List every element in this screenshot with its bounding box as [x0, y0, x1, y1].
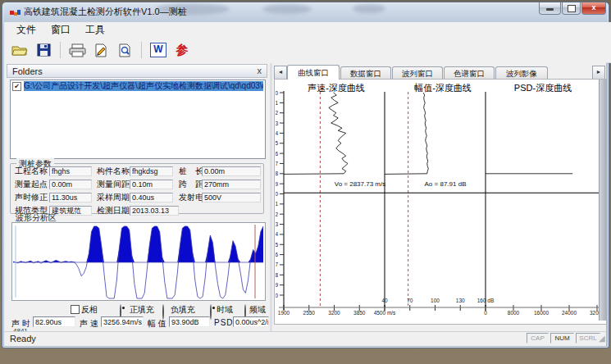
- parameter-settings-button[interactable]: 参: [173, 41, 191, 59]
- tab-spectrum-window[interactable]: 色谱窗口: [444, 66, 495, 80]
- param-label: 测量间距: [97, 180, 130, 189]
- svg-text:2550: 2550: [303, 310, 316, 316]
- word-export-button[interactable]: W: [149, 41, 167, 59]
- fill-positive-label: 正填充: [130, 304, 154, 316]
- param-field[interactable]: 270mm: [202, 180, 261, 189]
- file-checkbox[interactable]: ✔: [12, 82, 21, 91]
- svg-text:3200: 3200: [328, 310, 340, 316]
- vertical-scrollbar[interactable]: [599, 80, 606, 321]
- svg-text:70: 70: [407, 298, 413, 303]
- param-label: 工程名称: [15, 166, 48, 176]
- tab-scroll-left-button[interactable]: ◄: [274, 66, 287, 80]
- time-domain-label: 时域: [217, 304, 233, 316]
- maximize-button[interactable]: [562, 2, 581, 15]
- toolbar-separator: [60, 42, 61, 58]
- svg-text:130: 130: [456, 298, 465, 303]
- reading-field-velocity[interactable]: 3256.94m/s: [101, 316, 144, 327]
- param-field[interactable]: 0.40us: [130, 193, 173, 202]
- status-bar: Ready CAP NUM SCRL ◢: [4, 331, 606, 346]
- file-path: G:\公司产品设计开发\超声仪器\超声仪实地检测数据调试\qd\qd03\qd0…: [24, 81, 263, 91]
- toolbar: W 参: [4, 38, 611, 63]
- status-ready: Ready: [10, 334, 36, 344]
- toolbar-separator: [141, 42, 142, 58]
- param-label: 测量起点: [15, 180, 48, 189]
- minimize-icon: [546, 8, 554, 11]
- export-button[interactable]: [92, 41, 110, 59]
- app-icon: [10, 7, 21, 21]
- tab-scroll-right-button[interactable]: ►: [592, 66, 605, 80]
- status-scrl: SCRL: [576, 333, 600, 344]
- menu-tools[interactable]: 工具: [78, 21, 112, 39]
- tab-data-window[interactable]: 数据窗口: [340, 66, 391, 80]
- menu-file[interactable]: 文件: [9, 21, 43, 39]
- word-icon: W: [150, 43, 166, 57]
- svg-text:40: 40: [381, 298, 388, 303]
- svg-text:16000: 16000: [534, 310, 549, 316]
- chart-title-amplitude: 幅值-深度曲线: [400, 82, 486, 94]
- svg-text:14: 14: [276, 231, 278, 237]
- svg-text:1900: 1900: [278, 310, 290, 316]
- param-field[interactable]: fhghs: [49, 166, 92, 176]
- param-field[interactable]: fhgkdsg: [130, 166, 173, 176]
- velocity-annotation: Vo = 2837.73 m/s: [315, 180, 405, 188]
- application-window: 高铁建筑混凝土检测分析软件V1.0—测桩 x 文件 窗口 工具 W 参 Fold…: [0, 0, 611, 364]
- svg-text:13: 13: [276, 221, 278, 227]
- waveform-plot: [13, 224, 264, 299]
- open-folder-icon: [11, 43, 28, 57]
- param-label: 采样周期: [97, 193, 130, 202]
- reading-label: 声 速: [80, 318, 98, 330]
- param-field[interactable]: 2013.03.13: [130, 206, 179, 216]
- open-folder-button[interactable]: [11, 41, 29, 59]
- param-field[interactable]: 500V: [202, 193, 261, 202]
- print-icon: [69, 43, 86, 57]
- svg-text:2: 2: [276, 110, 278, 116]
- param-field[interactable]: 0.00m: [202, 166, 261, 176]
- reading-label: 幅 值: [148, 318, 166, 330]
- export-icon: [94, 43, 108, 57]
- resize-grip[interactable]: ◢: [599, 334, 605, 343]
- folders-panel-header: Folders x: [7, 64, 267, 78]
- reading-field-sound-time[interactable]: 82.90us: [33, 316, 75, 327]
- close-button[interactable]: x: [581, 2, 606, 15]
- param-label: 桩 长: [179, 166, 203, 176]
- svg-text:3: 3: [276, 121, 278, 126]
- svg-text:4500 m/s: 4500 m/s: [374, 310, 396, 316]
- titlebar-glass-blob: [262, 4, 312, 14]
- svg-text:20: 20: [276, 293, 278, 298]
- print-preview-button[interactable]: [116, 41, 134, 59]
- svg-text:1: 1: [276, 100, 278, 106]
- svg-text:0: 0: [276, 90, 278, 96]
- param-field[interactable]: 11.30us: [49, 193, 92, 202]
- file-list-item[interactable]: ✔ G:\公司产品设计开发\超声仪器\超声仪实地检测数据调试\qd\qd03\q…: [11, 80, 265, 92]
- param-label: 构件名称: [97, 166, 130, 176]
- params-icon: 参: [176, 43, 189, 58]
- waveform-canvas: [11, 222, 266, 301]
- svg-text:3850: 3850: [353, 310, 366, 316]
- tab-wavetrain-window[interactable]: 波列窗口: [392, 66, 443, 80]
- param-field[interactable]: 0.00m: [49, 180, 92, 189]
- save-button[interactable]: [34, 41, 52, 59]
- reading-field-psd[interactable]: 0.00us^2/m: [233, 316, 269, 327]
- menu-window[interactable]: 窗口: [43, 21, 78, 39]
- svg-text:17: 17: [276, 262, 278, 267]
- svg-text:4: 4: [276, 130, 278, 136]
- svg-text:8000: 8000: [508, 310, 520, 316]
- svg-text:0: 0: [484, 310, 487, 316]
- print-button[interactable]: [68, 41, 86, 59]
- print-preview-icon: [118, 43, 132, 57]
- tab-curve-window[interactable]: 曲线窗口: [287, 65, 340, 80]
- svg-text:12: 12: [276, 212, 278, 217]
- folders-close-icon[interactable]: x: [258, 66, 262, 75]
- svg-text:15: 15: [276, 242, 278, 248]
- invert-checkbox[interactable]: [71, 305, 80, 314]
- tab-wavetrain-image[interactable]: 波列影像: [495, 66, 548, 80]
- svg-text:11: 11: [276, 201, 278, 207]
- param-label: 声时修正: [15, 193, 48, 202]
- svg-text:9: 9: [276, 181, 278, 187]
- chart-title-psd: PSD-深度曲线: [500, 82, 586, 94]
- param-label: 跨 距: [179, 180, 203, 189]
- time-domain-radio[interactable]: [210, 304, 212, 320]
- param-field[interactable]: 0.10m: [130, 180, 173, 189]
- reading-field-amplitude[interactable]: 93.90dB: [169, 316, 210, 327]
- minimize-button[interactable]: [539, 2, 561, 15]
